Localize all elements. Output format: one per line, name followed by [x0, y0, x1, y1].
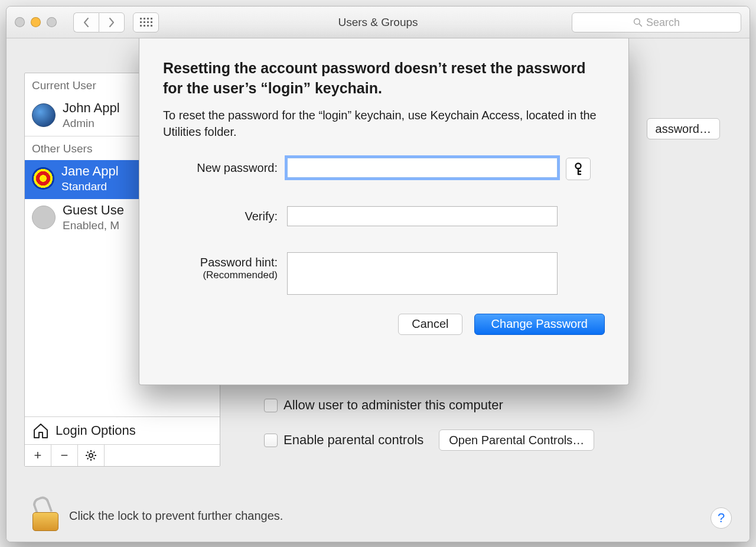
admin-checkbox-label: Allow user to administer this computer [284, 398, 503, 413]
login-options-label: Login Options [56, 423, 136, 438]
action-menu-button[interactable] [78, 445, 105, 466]
change-password-button[interactable]: Change Password [474, 314, 605, 335]
search-placeholder: Search [646, 17, 680, 29]
admin-checkbox-row: Allow user to administer this computer [264, 398, 503, 413]
svg-point-0 [634, 19, 640, 25]
row-new-password: New password: [163, 158, 605, 180]
open-parental-label: Open Parental Controls… [449, 434, 584, 447]
forward-button[interactable] [99, 12, 125, 32]
svg-line-7 [87, 452, 89, 453]
sidebar-user-role: Enabled, M [63, 219, 124, 232]
verify-password-input[interactable] [287, 206, 558, 226]
parental-row: Enable parental controls Open Parental C… [264, 429, 594, 451]
parental-checkbox[interactable] [264, 434, 278, 447]
search-field[interactable]: Search [572, 12, 741, 32]
open-parental-button[interactable]: Open Parental Controls… [439, 429, 594, 451]
prefs-window: Users & Groups Search Current User John … [6, 6, 750, 542]
admin-checkbox[interactable] [264, 399, 278, 412]
avatar-target-icon [32, 167, 54, 190]
login-options-row[interactable]: Login Options [25, 416, 220, 444]
minimize-window-icon[interactable] [31, 17, 41, 27]
help-button[interactable]: ? [711, 507, 732, 529]
label-hint: Password hint: (Recommended) [163, 252, 287, 281]
lock-hint-text: Click the lock to prevent further change… [69, 509, 283, 523]
svg-line-1 [639, 24, 641, 26]
search-icon [633, 18, 643, 27]
question-icon: ? [718, 510, 725, 526]
minus-icon: − [61, 448, 69, 463]
sheet-heading: Resetting the account password doesn’t r… [163, 58, 605, 99]
sidebar-footer: + − [25, 444, 220, 466]
key-icon [573, 162, 583, 175]
close-window-icon[interactable] [15, 17, 25, 27]
reset-password-button[interactable]: assword… [647, 118, 720, 139]
svg-point-2 [89, 454, 93, 457]
svg-line-9 [93, 452, 94, 453]
nav-buttons [73, 12, 125, 32]
parental-checkbox-label: Enable parental controls [284, 432, 423, 448]
home-icon [32, 422, 50, 439]
svg-line-10 [87, 458, 89, 459]
sidebar-user-role: Standard [61, 180, 119, 193]
label-verify: Verify: [163, 206, 287, 223]
titlebar: Users & Groups Search [6, 6, 750, 38]
sheet-subtext: To reset the password for the “login” ke… [163, 107, 605, 140]
sidebar-user-name: John Appl [63, 100, 120, 116]
row-hint: Password hint: (Recommended) [163, 252, 605, 297]
chevron-left-icon [83, 18, 90, 27]
grid-icon [140, 18, 152, 27]
sidebar-user-name: Jane Appl [61, 164, 119, 179]
window-controls [15, 17, 57, 27]
show-all-button[interactable] [133, 12, 159, 32]
chevron-right-icon [108, 18, 115, 27]
sidebar-user-role: Admin [63, 117, 120, 130]
avatar-blank-icon [32, 206, 56, 229]
remove-user-button[interactable]: − [51, 445, 78, 466]
back-button[interactable] [73, 12, 99, 32]
cancel-button[interactable]: Cancel [398, 314, 462, 335]
label-new-password: New password: [163, 158, 287, 175]
reset-password-sheet: Resetting the account password doesn’t r… [139, 38, 629, 385]
plus-icon: + [34, 448, 42, 463]
new-password-input[interactable] [287, 158, 558, 178]
lock-row: Click the lock to prevent further change… [32, 500, 283, 531]
svg-line-8 [93, 458, 94, 459]
unlocked-padlock-icon[interactable] [32, 500, 57, 531]
password-assistant-button[interactable] [566, 158, 591, 180]
reset-password-label: assword… [656, 122, 711, 136]
avatar-earth-icon [32, 103, 56, 127]
add-user-button[interactable]: + [25, 445, 51, 466]
gear-icon [85, 450, 97, 461]
zoom-window-icon[interactable] [47, 17, 57, 27]
sidebar-user-name: Guest Use [63, 203, 124, 218]
row-verify: Verify: [163, 206, 605, 226]
password-hint-input[interactable] [287, 252, 558, 295]
sheet-buttons: Cancel Change Password [163, 314, 605, 335]
